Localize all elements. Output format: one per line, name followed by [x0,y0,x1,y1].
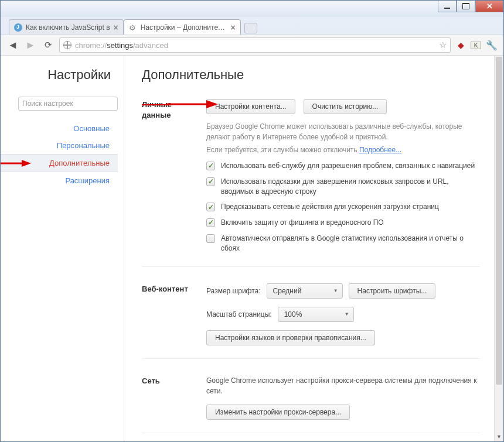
section-label: Сеть [142,376,160,385]
minimize-button[interactable] [438,1,457,12]
privacy-checkbox-row: Предсказывать сетевые действия для ускор… [206,202,480,212]
address-bar[interactable]: chrome://settings/advanced ☆ [59,37,451,53]
browser-tab-0[interactable]: Как включить JavaScript в × [9,19,124,35]
sidebar-item-label: Дополнительные [49,159,110,167]
window-frame: ✕ Как включить JavaScript в × Настройки … [0,0,504,442]
section-privacy: Личные данные Настройки контента... Очис… [142,99,480,267]
titlebar: ✕ [1,1,503,17]
privacy-checkbox-row: Автоматически отправлять в Google статис… [206,234,480,253]
font-size-label: Размер шрифта: [206,287,261,295]
tab-strip: Как включить JavaScript в × Настройки – … [1,17,503,35]
section-network: Сеть Google Chrome использует настройки … [142,375,480,433]
content-area: Настройки Поиск настроек Основные Персон… [1,56,503,441]
privacy-checkbox-label: Включить защиту от фишинга и вредоносног… [221,218,384,228]
browser-tab-1[interactable]: Настройки – Дополнительн × [124,19,241,35]
scroll-down-icon[interactable]: ▼ [495,432,503,441]
privacy-checkbox-0[interactable] [206,162,215,170]
privacy-checkbox-label: Использовать веб-службу для разрешения п… [221,161,475,171]
kaspersky-shield-icon[interactable]: ◆ [455,40,466,50]
tab-title: Настройки – Дополнительн [141,23,227,32]
url-text: chrome://settings/advanced [75,41,168,50]
svg-marker-3 [206,100,218,108]
privacy-checkbox-4[interactable] [206,234,215,243]
privacy-desc: Браузер Google Chrome может использовать… [206,121,480,142]
kaspersky-k-icon[interactable]: K [471,42,481,49]
page-zoom-label: Масштаб страницы: [206,310,272,318]
reload-button[interactable]: ⟳ [42,39,55,52]
forward-button[interactable]: ► [24,39,37,52]
content-settings-button[interactable]: Настройки контента... [206,99,295,114]
section-web-content: Веб-контент Размер шрифта: Средний Настр… [142,283,480,359]
svg-marker-1 [22,160,31,167]
privacy-checkbox-row: Использовать подсказки для завершения по… [206,177,480,197]
privacy-checkbox-2[interactable] [206,203,215,211]
sidebar-item-extensions[interactable]: Расширения [1,172,118,189]
red-arrow-icon [165,100,218,108]
favicon-icon [129,23,137,32]
privacy-checkbox-label: Использовать подсказки для завершения по… [221,177,480,197]
privacy-checkbox-row: Включить защиту от фишинга и вредоносног… [206,218,480,228]
clear-history-button[interactable]: Очистить историю... [304,99,387,114]
page-title: Дополнительные [142,67,480,83]
bookmark-star-icon[interactable]: ☆ [439,40,447,50]
sidebar-item-basic[interactable]: Основные [1,120,118,137]
sidebar-title: Настройки [1,67,118,83]
customize-fonts-button[interactable]: Настроить шрифты... [349,283,436,299]
toolbar: ◄ ► ⟳ chrome://settings/advanced ☆ ◆ K 🔧 [1,35,503,56]
favicon-icon [14,23,22,32]
learn-more-link[interactable]: Подробнее... [359,146,401,154]
sidebar-item-personal[interactable]: Персональные [1,137,118,154]
section-label: данные [142,111,171,119]
window-controls: ✕ [438,1,503,12]
scrollbar-thumb[interactable] [496,57,502,385]
settings-sidebar: Настройки Поиск настроек Основные Персон… [1,56,124,441]
privacy-checkbox-3[interactable] [206,218,215,227]
maximize-button[interactable] [457,1,475,12]
search-placeholder: Поиск настроек [22,100,73,108]
privacy-checkbox-label: Предсказывать сетевые действия для ускор… [221,202,439,212]
back-button[interactable]: ◄ [6,39,19,52]
vertical-scrollbar[interactable]: ▲ ▼ [494,56,503,441]
tab-close-icon[interactable]: × [114,23,118,32]
privacy-checkbox-1[interactable] [206,177,215,186]
wrench-menu-icon[interactable]: 🔧 [486,40,498,51]
section-label: Веб-контент [142,285,188,293]
page-zoom-select[interactable]: 100% [278,307,354,322]
search-settings-input[interactable]: Поиск настроек [18,97,118,111]
sidebar-item-advanced[interactable]: Дополнительные [1,154,118,172]
privacy-desc2: Если требуется, эти службы можно отключи… [206,145,480,155]
tab-close-icon[interactable]: × [231,23,236,32]
language-settings-button[interactable]: Настройки языков и проверки правописания… [206,330,375,345]
network-desc: Google Chrome использует настройки прокс… [206,375,480,396]
privacy-checkbox-label: Автоматически отправлять в Google статис… [221,234,480,253]
close-button[interactable]: ✕ [475,1,503,12]
red-arrow-icon [1,159,31,167]
settings-main: Дополнительные Личные данные Настройки к… [124,56,494,441]
new-tab-button[interactable] [244,23,257,33]
tab-title: Как включить JavaScript в [26,23,110,32]
privacy-checkbox-row: Использовать веб-службу для разрешения п… [206,161,480,171]
font-size-select[interactable]: Средний [267,283,343,299]
globe-icon [63,41,71,49]
proxy-settings-button[interactable]: Изменить настройки прокси-сервера... [206,405,350,420]
